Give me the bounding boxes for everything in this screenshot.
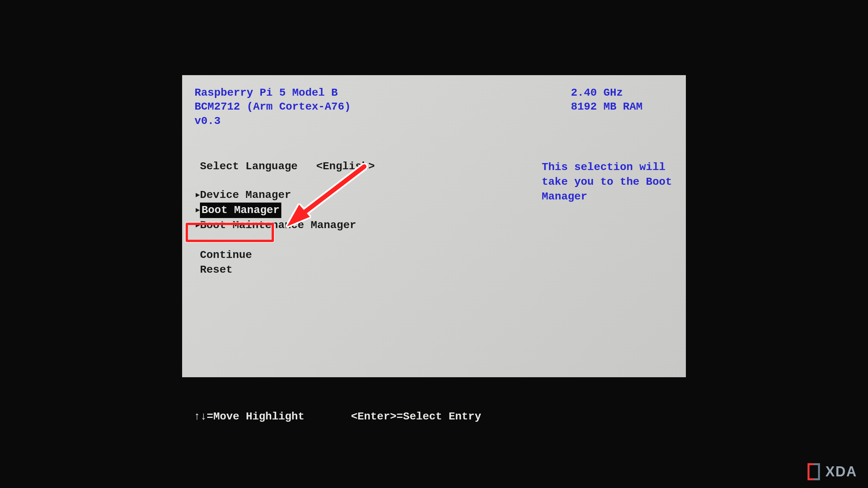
menu-item-label: Continue <box>200 248 252 263</box>
select-entry-hint: <Enter>=Select Entry <box>351 411 481 423</box>
cpu-speed: 2.40 GHz <box>571 86 642 100</box>
menu-group-actions: Continue Reset <box>195 248 526 277</box>
device-info-left: Raspberry Pi 5 Model B BCM2712 (Arm Cort… <box>195 86 351 128</box>
language-label: Select Language <box>200 159 316 174</box>
help-line: This selection will <box>542 160 673 175</box>
language-selector[interactable]: Select Language <English> <box>195 159 526 174</box>
bios-setup-panel: Raspberry Pi 5 Model B BCM2712 (Arm Cort… <box>182 75 686 377</box>
device-name: Raspberry Pi 5 Model B <box>195 86 351 100</box>
menu-item-device-manager[interactable]: ▸ Device Manager <box>195 188 526 203</box>
menu-area: Select Language <English> ▸ Device Manag… <box>195 159 673 277</box>
caret-icon: ▸ <box>195 203 199 218</box>
menu-item-label-selected: Boot Manager <box>200 203 281 218</box>
menu-item-boot-maintenance[interactable]: ▸ Boot Maintenance Manager <box>195 218 526 233</box>
device-info-right: 2.40 GHz 8192 MB RAM <box>571 86 642 128</box>
memory-size: 8192 MB RAM <box>571 100 642 114</box>
menu-item-reset[interactable]: Reset <box>200 263 526 277</box>
language-value: <English> <box>316 159 375 174</box>
menu-column: Select Language <English> ▸ Device Manag… <box>195 159 526 277</box>
menu-item-continue[interactable]: Continue <box>200 248 526 263</box>
help-line: take you to the Boot <box>542 175 673 189</box>
menu-item-boot-manager[interactable]: ▸ Boot Manager <box>195 203 526 218</box>
firmware-version: v0.3 <box>195 114 351 128</box>
bios-header: Raspberry Pi 5 Model B BCM2712 (Arm Cort… <box>195 86 673 128</box>
keyboard-hints: ↑↓=Move Highlight <Enter>=Select Entry <box>194 411 481 423</box>
chipset-info: BCM2712 (Arm Cortex-A76) <box>195 100 351 114</box>
move-highlight-hint: ↑↓=Move Highlight <box>194 411 305 423</box>
menu-item-label: Device Manager <box>200 188 291 203</box>
watermark-text: XDA <box>825 464 857 480</box>
caret-icon: ▸ <box>195 188 199 203</box>
bracket-icon <box>808 463 820 480</box>
help-panel: This selection will take you to the Boot… <box>542 160 673 277</box>
menu-item-label: Boot Maintenance Manager <box>200 218 356 233</box>
help-line: Manager <box>542 189 673 204</box>
menu-item-label: Reset <box>200 263 232 277</box>
caret-icon: ▸ <box>195 218 199 233</box>
watermark-logo: XDA <box>808 463 857 480</box>
